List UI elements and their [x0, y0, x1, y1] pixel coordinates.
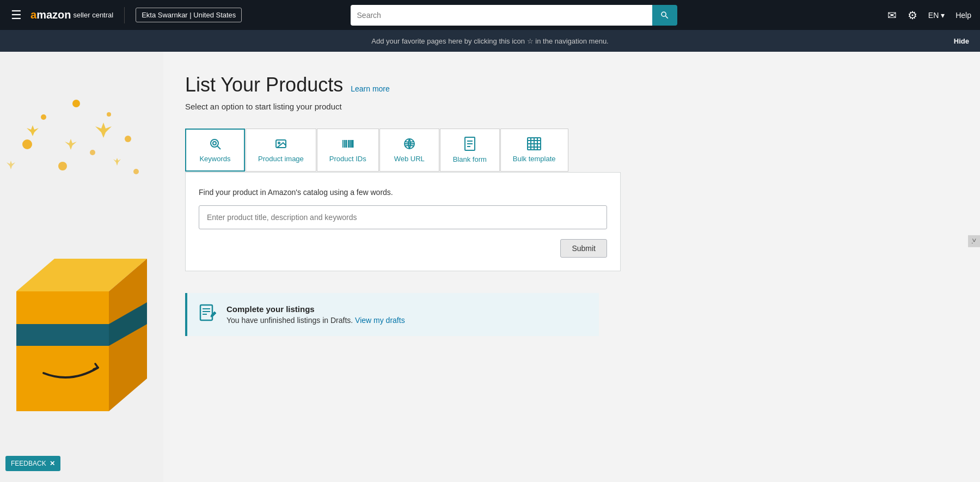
listing-tabs: Keywords Product image: [185, 129, 947, 172]
product-image-icon: [274, 137, 287, 150]
tab-web-url-label: Web URL: [394, 155, 425, 163]
tab-web-url[interactable]: Web URL: [379, 129, 439, 172]
right-content: List Your Products Learn more Select an …: [163, 52, 980, 482]
side-panel-toggle[interactable]: >.: [968, 235, 980, 247]
svg-point-5: [90, 150, 95, 155]
account-selector[interactable]: Ekta Swarnkar | United States: [136, 8, 242, 22]
notification-bar: Add your favorite pages here by clicking…: [0, 30, 980, 52]
complete-listings-body: You have unfinished listings in Drafts. …: [226, 316, 405, 325]
page-title-row: List Your Products Learn more: [185, 74, 947, 96]
svg-point-4: [125, 136, 131, 142]
search-bar: [351, 5, 677, 26]
svg-marker-11: [16, 324, 109, 346]
seller-central-text: seller central: [73, 11, 113, 19]
svg-point-18: [278, 142, 280, 144]
page-title: List Your Products: [185, 74, 343, 96]
web-url-icon: [403, 137, 416, 150]
amazon-logo[interactable]: amazon seller central: [30, 9, 113, 21]
tab-product-image[interactable]: Product image: [246, 129, 316, 172]
hamburger-menu[interactable]: ☰: [9, 6, 24, 25]
help-link[interactable]: Help: [955, 11, 971, 20]
search-icon: [660, 10, 670, 20]
svg-line-14: [218, 147, 221, 150]
tab-bulk-template-label: Bulk template: [513, 155, 556, 163]
svg-point-2: [107, 112, 111, 117]
svg-point-13: [211, 139, 218, 147]
tab-keywords[interactable]: Keywords: [185, 129, 245, 172]
edit-document-icon: [198, 303, 218, 326]
svg-point-0: [41, 114, 46, 120]
svg-point-6: [58, 162, 67, 170]
tab-blank-form[interactable]: Blank form: [440, 129, 500, 172]
header: ☰ amazon seller central Ekta Swarnkar | …: [0, 0, 980, 30]
tab-product-ids-label: Product IDs: [329, 155, 366, 163]
tab-keywords-label: Keywords: [199, 155, 230, 163]
page-subtitle: Select an option to start listing your p…: [185, 102, 947, 111]
notification-message: Add your favorite pages here by clicking…: [371, 37, 608, 45]
mail-icon[interactable]: ✉: [887, 9, 897, 22]
complete-listings-banner: Complete your listings You have unfinish…: [185, 293, 599, 336]
tab-product-ids[interactable]: Product IDs: [317, 129, 379, 172]
amazon-box-illustration: [0, 172, 158, 433]
svg-rect-39: [200, 305, 212, 320]
decoration-area: [0, 52, 163, 433]
header-right: ✉ ⚙ EN ▾ Help: [887, 9, 971, 22]
svg-point-15: [213, 142, 216, 145]
tab-blank-form-label: Blank form: [453, 155, 487, 163]
settings-icon[interactable]: ⚙: [908, 9, 917, 22]
left-decorative-panel: [0, 52, 163, 482]
svg-marker-8: [16, 291, 109, 411]
header-divider: [124, 7, 125, 23]
search-button[interactable]: [652, 5, 677, 26]
submit-button[interactable]: Submit: [560, 239, 607, 258]
feedback-button[interactable]: FEEDBACK ✕: [5, 456, 60, 471]
keywords-icon: [209, 137, 222, 150]
view-drafts-link[interactable]: View my drafts: [355, 316, 405, 325]
learn-more-link[interactable]: Learn more: [351, 84, 390, 93]
feedback-close-button[interactable]: ✕: [50, 460, 55, 467]
language-selector[interactable]: EN ▾: [928, 11, 945, 20]
feedback-label: FEEDBACK: [11, 460, 46, 467]
collapse-indicator: >.: [970, 238, 978, 243]
svg-point-1: [72, 100, 80, 107]
logo-text: amazon: [30, 9, 71, 21]
tab-bulk-template[interactable]: Bulk template: [500, 129, 568, 172]
product-ids-icon: [341, 137, 354, 150]
tab-product-image-label: Product image: [258, 155, 304, 163]
search-panel-description: Find your product in Amazon's catalog us…: [199, 188, 607, 197]
svg-point-3: [22, 139, 32, 149]
complete-listings-title: Complete your listings: [226, 304, 405, 314]
blank-form-icon: [464, 137, 476, 151]
submit-row: Submit: [199, 239, 607, 258]
main-container: List Your Products Learn more Select an …: [0, 52, 980, 482]
keyword-search-input[interactable]: [199, 205, 607, 229]
bulk-template-icon: [527, 137, 541, 150]
search-input[interactable]: [351, 5, 652, 26]
edit-icon-svg: [198, 303, 218, 322]
hide-notification-button[interactable]: Hide: [954, 37, 969, 45]
complete-text-block: Complete your listings You have unfinish…: [226, 304, 405, 325]
search-panel: Find your product in Amazon's catalog us…: [185, 172, 621, 271]
